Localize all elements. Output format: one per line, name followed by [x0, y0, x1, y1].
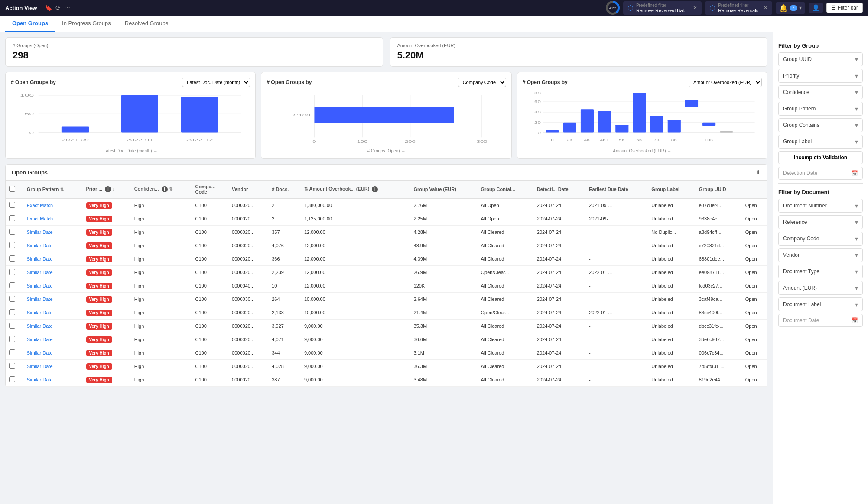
row-checkbox-8[interactable] — [9, 309, 15, 315]
top-bar-right: 41% ⬡ Predefined filter Remove Reversed … — [606, 1, 863, 15]
table-title: Open Groups — [12, 169, 48, 176]
tab-open-groups[interactable]: Open Groups — [5, 16, 55, 32]
doc-filter-label-4: Document Type — [783, 268, 819, 275]
td-confidence-6: High — [131, 279, 192, 293]
document-date-filter[interactable]: Document Date 📅 — [778, 314, 863, 327]
tab-in-progress-groups[interactable]: In Progress Groups — [55, 16, 118, 32]
th-group-pattern[interactable]: Group Pattern ⇅ — [23, 181, 83, 198]
chart-by-amount-select[interactable]: Amount Overbooked (EUR) — [689, 78, 762, 87]
row-checkbox-3[interactable] — [9, 242, 15, 248]
doc-filter-2[interactable]: Company Code▾ — [778, 232, 863, 246]
user-icon-btn[interactable]: 👤 — [809, 3, 823, 13]
th-vendor[interactable]: Vendor — [228, 181, 268, 198]
close-icon-1[interactable]: ✕ — [693, 5, 697, 11]
td-company-5: C100 — [192, 266, 228, 279]
th-company-code[interactable]: Compa...Code — [192, 181, 228, 198]
row-checkbox-13[interactable] — [9, 376, 15, 382]
th-priority[interactable]: Priori... i ↓ — [83, 181, 131, 198]
row-checkbox-12[interactable] — [9, 363, 15, 369]
pattern-link-3[interactable]: Similar Date — [27, 243, 53, 248]
chart-by-company-select[interactable]: Company Code — [458, 78, 506, 87]
pattern-link-2[interactable]: Similar Date — [27, 229, 53, 235]
row-checkbox-1[interactable] — [9, 215, 15, 221]
td-company-8: C100 — [192, 306, 228, 320]
svg-text:300: 300 — [477, 139, 488, 144]
pattern-link-6[interactable]: Similar Date — [27, 283, 53, 288]
td-pattern-7: Similar Date — [23, 293, 83, 306]
table-row: Similar Date Very High High C100 0000020… — [6, 266, 767, 279]
bookmark-icon[interactable]: 🔖 — [45, 4, 52, 11]
pattern-link-5[interactable]: Similar Date — [27, 270, 53, 275]
td-pattern-8: Similar Date — [23, 306, 83, 320]
row-checkbox-7[interactable] — [9, 296, 15, 302]
info-icon-confidence: i — [162, 186, 168, 192]
pattern-link-10[interactable]: Similar Date — [27, 337, 53, 342]
row-checkbox-5[interactable] — [9, 269, 15, 275]
td-group-value-2: 4.28M — [410, 226, 478, 239]
td-group-value-11: 3.1M — [410, 346, 478, 360]
svg-text:60: 60 — [534, 100, 541, 104]
chart-by-date-select[interactable]: Latest Doc. Date (month) — [182, 78, 250, 87]
predefined-filter-1[interactable]: ⬡ Predefined filter Remove Reversed Bal.… — [623, 1, 702, 15]
detection-date-filter[interactable]: Detection Date 📅 — [778, 167, 863, 180]
group-filter-1[interactable]: Priority▾ — [778, 69, 863, 83]
row-checkbox-2[interactable] — [9, 229, 15, 235]
th-confidence[interactable]: Confiden... i ⇅ — [131, 181, 192, 198]
pattern-link-12[interactable]: Similar Date — [27, 364, 53, 369]
pattern-link-13[interactable]: Similar Date — [27, 377, 53, 382]
th-group-value[interactable]: Group Value (EUR) — [410, 181, 478, 198]
row-checkbox-10[interactable] — [9, 336, 15, 342]
group-filter-2[interactable]: Confidence▾ — [778, 85, 863, 99]
row-checkbox-11[interactable] — [9, 349, 15, 355]
doc-filter-5[interactable]: Amount (EUR)▾ — [778, 281, 863, 295]
td-group-uuid-10: 3de6c987... — [696, 333, 742, 346]
row-checkbox-9[interactable] — [9, 323, 15, 329]
doc-filter-0[interactable]: Document Number▾ — [778, 199, 863, 213]
close-icon-2[interactable]: ✕ — [764, 5, 768, 11]
row-checkbox-0[interactable] — [9, 202, 15, 208]
row-checkbox-6[interactable] — [9, 282, 15, 288]
doc-filter-1[interactable]: Reference▾ — [778, 215, 863, 229]
th-detection-date[interactable]: Detecti... Date — [533, 181, 585, 198]
chevron-down-icon-df-3: ▾ — [855, 252, 858, 258]
select-all-checkbox[interactable] — [9, 186, 15, 192]
pattern-link-8[interactable]: Similar Date — [27, 310, 53, 315]
incomplete-validation-btn[interactable]: Incomplete Validation — [778, 151, 863, 164]
td-company-1: C100 — [192, 212, 228, 226]
group-filter-4[interactable]: Group Contains▾ — [778, 118, 863, 132]
pattern-link-7[interactable]: Similar Date — [27, 297, 53, 302]
th-docs[interactable]: # Docs. — [268, 181, 301, 198]
refresh-icon[interactable]: ⟳ — [55, 4, 61, 11]
td-group-value-7: 2.64M — [410, 293, 478, 306]
pattern-link-4[interactable]: Similar Date — [27, 256, 53, 262]
th-group-contains[interactable]: Group Contai... — [478, 181, 533, 198]
more-icon[interactable]: ⋯ — [64, 4, 70, 11]
doc-filter-6[interactable]: Document Label▾ — [778, 297, 863, 311]
pattern-link-0[interactable]: Exact Match — [27, 203, 53, 208]
td-group-value-1: 2.25M — [410, 212, 478, 226]
doc-filter-4[interactable]: Document Type▾ — [778, 265, 863, 278]
th-earliest-due[interactable]: Earliest Due Date — [585, 181, 648, 198]
pattern-link-9[interactable]: Similar Date — [27, 323, 53, 329]
export-button[interactable]: ⬆ — [756, 169, 761, 176]
pattern-link-11[interactable]: Similar Date — [27, 350, 53, 355]
filter-bar-button[interactable]: ☰ Filter bar — [826, 3, 863, 13]
bell-icon: 🔔 — [779, 4, 788, 12]
svg-rect-42 — [720, 131, 733, 132]
svg-text:7K: 7K — [653, 138, 660, 142]
predefined-filter-2[interactable]: ⬡ Predefined filter Remove Reversals ✕ — [705, 1, 772, 15]
group-filter-0[interactable]: Group UUID▾ — [778, 52, 863, 66]
td-group-contains-3: All Cleared — [478, 239, 533, 252]
tab-resolved-groups[interactable]: Resolved Groups — [118, 16, 175, 32]
doc-filter-3[interactable]: Vendor▾ — [778, 248, 863, 262]
td-priority-10: Very High — [83, 333, 131, 346]
pattern-link-1[interactable]: Exact Match — [27, 216, 53, 221]
group-filter-3[interactable]: Group Pattern▾ — [778, 102, 863, 116]
group-filter-5[interactable]: Group Label▾ — [778, 135, 863, 149]
th-group-label[interactable]: Group Label — [648, 181, 695, 198]
th-amount-overbooked[interactable]: ⇅ Amount Overbook... (EUR) i — [301, 181, 410, 198]
notification-btn[interactable]: 🔔 7 ▾ — [776, 2, 805, 14]
row-checkbox-4[interactable] — [9, 255, 15, 262]
th-group-uuid[interactable]: Group UUID — [696, 181, 742, 198]
svg-rect-40 — [685, 100, 698, 107]
